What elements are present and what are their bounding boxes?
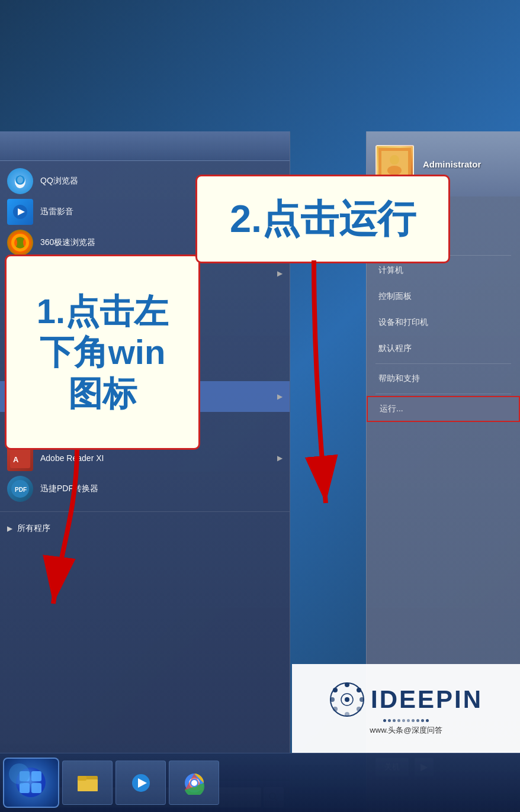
svg-point-58 xyxy=(345,682,349,687)
right-item-default-programs[interactable]: 默认程序 xyxy=(367,336,520,362)
svg-point-40 xyxy=(387,166,402,175)
watermark-content: IDEEPIN www.头条@深度问答 xyxy=(329,682,483,736)
svg-point-2 xyxy=(17,176,23,183)
xunlei-video-icon xyxy=(7,199,33,225)
pdf-icon: PDF xyxy=(7,476,33,502)
svg-rect-44 xyxy=(20,771,30,781)
annotation-box-1: 1.点击左下角win图标 xyxy=(5,254,200,450)
svg-rect-49 xyxy=(78,779,98,791)
360-icon xyxy=(7,230,33,256)
taskbar xyxy=(0,753,520,812)
windows-logo-icon xyxy=(15,766,47,799)
right-item-devices[interactable]: 设备和打印机 xyxy=(367,310,520,336)
adobe-reader-arrow: ▶ xyxy=(277,454,283,462)
svg-point-63 xyxy=(333,707,338,711)
qq-label: QQ浏览器 xyxy=(40,176,78,186)
svg-point-56 xyxy=(191,780,197,786)
svg-point-59 xyxy=(357,688,361,692)
svg-point-61 xyxy=(357,707,361,711)
menu-top-gradient xyxy=(0,131,290,161)
right-sep-3 xyxy=(375,394,511,394)
svg-text:PDF: PDF xyxy=(15,486,27,493)
svg-rect-46 xyxy=(20,783,30,793)
svg-text:A: A xyxy=(13,455,19,464)
right-item-help[interactable]: 帮助和支持 xyxy=(367,366,520,392)
ps-arrow: ▶ xyxy=(277,392,283,401)
xunlei-arrow: ▶ xyxy=(277,269,283,278)
right-item-run[interactable]: 运行... xyxy=(367,396,520,422)
watermark-url: www.头条@深度问答 xyxy=(329,725,483,736)
svg-point-39 xyxy=(390,155,399,165)
svg-point-67 xyxy=(345,697,349,702)
taskbar-chrome[interactable] xyxy=(169,761,219,805)
annotation-box-2: 2.点击运行 xyxy=(195,175,450,263)
red-arrow-1 xyxy=(41,450,113,616)
user-name: Administrator xyxy=(423,159,481,169)
taskbar-media[interactable] xyxy=(115,761,166,805)
start-button[interactable] xyxy=(3,758,59,808)
svg-rect-47 xyxy=(31,783,41,793)
svg-point-65 xyxy=(333,688,338,692)
svg-rect-50 xyxy=(78,776,86,781)
right-item-control-panel[interactable]: 控制面板 xyxy=(367,283,520,310)
red-arrow-2 xyxy=(284,260,344,515)
watermark-brand-text: IDEEPIN xyxy=(371,685,483,714)
annotation-text-2: 2.点击运行 xyxy=(230,193,416,245)
qq-icon xyxy=(7,168,33,194)
watermark: IDEEPIN www.头条@深度问答 xyxy=(292,664,520,753)
right-sep-2 xyxy=(375,363,511,364)
watermark-logo: IDEEPIN xyxy=(329,682,483,717)
desktop: QQ浏览器 ▶ 迅雷影音 ▶ xyxy=(0,0,520,812)
svg-point-60 xyxy=(359,697,364,702)
annotation-text-1: 1.点击左下角win图标 xyxy=(31,285,174,420)
xunlei-video-label: 迅雷影音 xyxy=(40,207,73,217)
watermark-dots xyxy=(329,719,483,722)
taskbar-explorer[interactable] xyxy=(62,761,113,805)
svg-point-64 xyxy=(330,697,335,702)
svg-rect-45 xyxy=(31,771,41,781)
all-programs-arrow-icon: ▶ xyxy=(7,524,12,533)
ideepin-logo-icon xyxy=(329,682,365,717)
360-label: 360极速浏览器 xyxy=(40,237,95,248)
svg-point-62 xyxy=(345,712,349,717)
